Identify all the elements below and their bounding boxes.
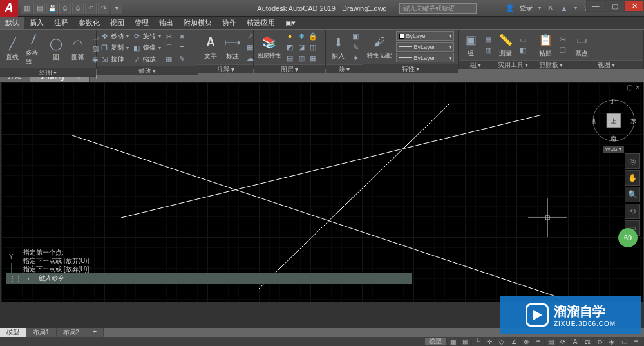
status-dyn-icon[interactable]: ⊕ xyxy=(521,338,531,345)
panel-prop-title[interactable]: 特性 ▾ xyxy=(363,64,458,73)
login-button[interactable]: 登录 xyxy=(519,3,533,13)
cmd-chevron-icon[interactable]: ›_ xyxy=(24,275,35,282)
tab-launcher-icon[interactable]: ▣▾ xyxy=(280,17,301,29)
qat-undo-icon[interactable]: ↶ xyxy=(85,3,97,14)
status-scale-icon[interactable]: ⚖ xyxy=(582,338,592,345)
scale-button[interactable]: ⤢缩放 xyxy=(131,54,161,64)
matchprop-button[interactable]: 🖌特性 匹配 xyxy=(366,34,393,60)
exchange-icon[interactable]: ✕ xyxy=(545,3,555,14)
panel-modify-title[interactable]: 修改 ▾ xyxy=(97,66,198,75)
panel-group-title[interactable]: 组 ▾ xyxy=(459,60,493,69)
tab-parametric[interactable]: 参数化 xyxy=(73,17,105,29)
qat-save-icon[interactable]: 💾 xyxy=(46,3,58,14)
panel-annot-title[interactable]: 注释 ▾ xyxy=(198,64,253,73)
cut-icon[interactable]: ✂ xyxy=(558,34,568,44)
user-icon[interactable]: 👤 xyxy=(505,3,515,14)
vcube-wcs[interactable]: WCS ▾ xyxy=(603,146,624,153)
panel-layer-title[interactable]: 图层 ▾ xyxy=(254,64,325,73)
status-polar-icon[interactable]: ✛ xyxy=(484,338,495,345)
panel-viewbase-title[interactable]: 视图 ▾ xyxy=(569,60,643,69)
polyline-button[interactable]: 〳多段线 xyxy=(24,31,44,66)
layer-iso-icon[interactable]: ◩ xyxy=(285,42,295,52)
explode-icon[interactable]: ✷ xyxy=(176,32,187,42)
paste-button[interactable]: 📋粘贴 xyxy=(536,32,555,58)
base-button[interactable]: ▭基点 xyxy=(572,32,591,58)
tab-featured[interactable]: 精选应用 xyxy=(242,17,280,29)
status-otrack-icon[interactable]: ∠ xyxy=(509,338,519,345)
layer-tool-icon[interactable]: ▤ xyxy=(285,53,295,63)
status-model-button[interactable]: 模型 xyxy=(425,338,446,345)
rotate-button[interactable]: ⟳旋转▾ xyxy=(131,31,161,41)
layerprops-button[interactable]: 📚图层特性 xyxy=(256,34,282,60)
status-cycle-icon[interactable]: ⟳ xyxy=(558,338,568,345)
qat-plot-icon[interactable]: ⎙ xyxy=(72,3,84,14)
a360-icon[interactable]: ▲ xyxy=(559,3,569,14)
panel-util-title[interactable]: 实用工具 ▾ xyxy=(493,60,533,69)
nav-wheel-icon[interactable]: ◎ xyxy=(625,153,640,169)
ungroup-icon[interactable]: ▤ xyxy=(483,34,493,44)
tab-insert[interactable]: 插入 xyxy=(24,17,49,29)
layer-match-icon[interactable]: ◫ xyxy=(308,42,318,52)
status-iso-icon[interactable]: ◈ xyxy=(607,338,617,345)
layer-tool2-icon[interactable]: ▥ xyxy=(296,53,307,63)
stretch-button[interactable]: ⇲拉伸 xyxy=(99,54,129,64)
dim-button[interactable]: ⟼标注 xyxy=(223,34,242,61)
offset-icon[interactable]: ⊏ xyxy=(176,43,187,53)
help-search-input[interactable]: 键入关键字或短语 xyxy=(399,3,477,14)
tab-default[interactable]: 默认 xyxy=(0,17,24,29)
login-caret-icon[interactable]: ▾ xyxy=(538,5,541,11)
status-snap-icon[interactable]: ⊞ xyxy=(460,338,470,345)
mirror-button[interactable]: ◧镜像▾ xyxy=(131,43,161,53)
qat-new-icon[interactable]: ▥ xyxy=(21,3,32,14)
status-anno-icon[interactable]: A xyxy=(570,338,580,345)
status-clean-icon[interactable]: ▭ xyxy=(619,338,629,345)
bulb-icon[interactable]: ● xyxy=(285,31,295,41)
edit-block-icon[interactable]: ✎ xyxy=(350,42,361,52)
notification-bubble[interactable]: 69 xyxy=(618,228,638,247)
tab-view[interactable]: 视图 xyxy=(105,17,129,29)
status-ortho-icon[interactable]: └ xyxy=(472,338,482,345)
measure-button[interactable]: 📏测量 xyxy=(496,32,515,58)
status-custom-icon[interactable]: ≡ xyxy=(631,338,641,345)
layer-tool3-icon[interactable]: ▦ xyxy=(308,53,318,63)
text-button[interactable]: A文字 xyxy=(201,34,220,61)
groupedit-icon[interactable]: ▥ xyxy=(483,45,493,55)
attr-icon[interactable]: ✦ xyxy=(350,53,361,63)
panel-clip-title[interactable]: 剪贴板 ▾ xyxy=(533,60,569,69)
layout-2[interactable]: 布局2 xyxy=(57,328,87,337)
panel-draw-title[interactable]: 绘图 ▾ xyxy=(0,68,96,77)
tab-annotate[interactable]: 注释 xyxy=(49,17,73,29)
a360-caret-icon[interactable]: ▾ xyxy=(574,5,577,11)
calc-icon[interactable]: ▭ xyxy=(518,34,528,44)
close-button[interactable]: ✕ xyxy=(625,0,644,12)
trim-icon[interactable]: ✂ xyxy=(164,32,174,42)
fillet-icon[interactable]: ⌒ xyxy=(164,43,174,53)
status-trans-icon[interactable]: ▤ xyxy=(545,338,556,345)
group-button[interactable]: ▣组 xyxy=(461,32,480,58)
status-grid-icon[interactable]: ▦ xyxy=(448,338,458,345)
freeze-icon[interactable]: ❄ xyxy=(296,31,307,41)
nav-pan-icon[interactable]: ✋ xyxy=(625,170,640,186)
move-button[interactable]: ✥移动▾ xyxy=(99,31,129,41)
line-button[interactable]: ╱直线 xyxy=(3,35,22,62)
lineweight-combo[interactable]: ByLayer▾ xyxy=(396,42,454,52)
create-block-icon[interactable]: ▣ xyxy=(350,31,361,41)
qat-redo-icon[interactable]: ↷ xyxy=(98,3,109,14)
layer-off-icon[interactable]: ◪ xyxy=(296,42,307,52)
copy2-icon[interactable]: ❐ xyxy=(558,45,568,55)
status-osnap-icon[interactable]: ◇ xyxy=(497,338,507,345)
layout-add[interactable]: + xyxy=(86,328,104,337)
layout-1[interactable]: 布局1 xyxy=(26,328,57,337)
arc-button[interactable]: ◠圆弧 xyxy=(68,35,88,62)
layout-model[interactable]: 模型 xyxy=(0,328,26,337)
app-logo[interactable]: A xyxy=(0,0,18,17)
erase-icon[interactable]: ✎ xyxy=(176,53,187,64)
qat-saveas-icon[interactable]: ⎙ xyxy=(59,3,71,14)
nav-zoom-icon[interactable]: 🔍 xyxy=(625,187,640,202)
tab-addins[interactable]: 附加模块 xyxy=(178,17,217,29)
linetype-combo[interactable]: ByLayer▾ xyxy=(396,53,454,62)
tab-output[interactable]: 输出 xyxy=(154,17,178,29)
select-icon[interactable]: ◧ xyxy=(518,45,528,55)
copy-button[interactable]: ❐复制▾ xyxy=(99,43,129,53)
qat-open-icon[interactable]: ▤ xyxy=(33,3,45,14)
